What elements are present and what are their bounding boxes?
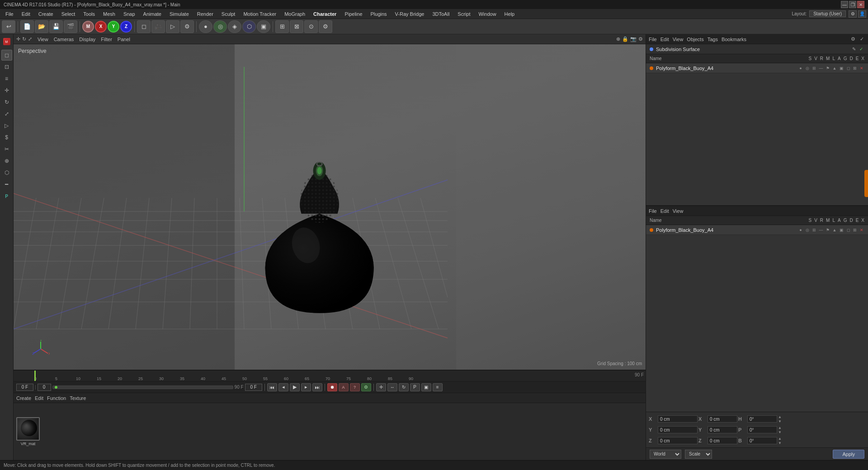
prev-frame-btn[interactable]: ◂ [278,383,288,391]
vp-camera-icon[interactable]: 📷 [630,36,637,42]
display-1-btn[interactable]: ● [199,20,212,33]
record-btn[interactable]: ⏺ [327,383,337,391]
tool-edge-btn[interactable]: ━ [1,179,12,190]
obj-icon-6[interactable]: ▲ [832,66,837,70]
tool-layers-btn[interactable]: ≡ [1,73,12,84]
vp-menu-display[interactable]: Display [79,37,95,42]
menu-window[interactable]: Window [475,10,500,18]
sm-menu-view[interactable]: View [673,37,684,42]
model-mode-btn[interactable]: M [82,21,94,33]
menu-3dtoall[interactable]: 3DToAll [429,10,453,18]
coord-z2-input[interactable] [708,437,737,444]
aobj-icon-9[interactable]: ⊠ [852,228,858,232]
obj-icon-10[interactable]: ✕ [859,66,864,70]
menu-animate[interactable]: Animate [140,10,165,18]
obj-polyform-row[interactable]: Polyform_Black_Buoy_A4 ● ◎ ⊞ — ⚑ ▲ ▣ ◻ ⊠… [646,63,868,73]
auto-key-btn[interactable]: A [339,383,349,391]
coord-spin-2[interactable]: ▲▼ [778,426,785,434]
sm-menu-file[interactable]: File [649,37,657,42]
coord-b-input[interactable] [747,437,777,444]
vp-rotate-icon[interactable]: ↻ [22,36,26,42]
sm-menu-bookmarks[interactable]: Bookmarks [722,37,746,42]
am-menu-view[interactable]: View [673,208,684,214]
play-btn[interactable]: ▶ [290,383,300,391]
tool-loop-btn[interactable]: ⊕ [1,155,12,166]
scale-key-btn[interactable]: ↔ [387,383,397,391]
display-5-btn[interactable]: ▣ [257,20,270,33]
vp-lock-icon[interactable]: 🔒 [622,36,628,42]
coord-p-input[interactable] [747,426,777,433]
ipr-btn[interactable]: ▷ [166,20,179,33]
vp-menu-view[interactable]: View [38,37,48,42]
mat-menu-texture[interactable]: Texture [70,395,86,401]
menu-edit[interactable]: Edit [18,10,34,18]
am-menu-file[interactable]: File [649,208,657,214]
obj-icon-4[interactable]: — [818,66,824,70]
axis-z-btn[interactable]: Z [120,21,132,33]
tool-select-btn[interactable]: ▷ [1,120,12,131]
coord-x-input[interactable] [658,415,698,423]
vp-menu-filter[interactable]: Filter [101,37,112,42]
param-key-btn[interactable]: P [410,383,420,391]
display-2-btn[interactable]: ◎ [213,20,227,33]
key-settings-btn[interactable]: ⚙ [361,383,371,391]
aobj-icon-7[interactable]: ▣ [839,228,844,232]
layout-icon-2[interactable]: 👤 [858,10,866,18]
frame-slider[interactable] [52,385,233,389]
coord-z-input[interactable] [658,437,698,444]
tool-scale-btn[interactable]: ⤢ [1,108,12,119]
go-start-btn[interactable]: ⏮ [267,383,277,391]
coord-h-input[interactable] [747,415,777,423]
aobj-icon-8[interactable]: ◻ [845,228,851,232]
undo-btn[interactable]: ↩ [2,20,15,33]
select-tool-btn[interactable]: ◻ [137,20,151,33]
snap-1-btn[interactable]: ⊞ [275,20,289,33]
menu-create[interactable]: Create [35,10,57,18]
obj-icon-9[interactable]: ⊠ [852,66,858,70]
rot-key-btn[interactable]: ↻ [399,383,409,391]
menu-file[interactable]: File [2,10,17,18]
menu-select[interactable]: Select [58,10,79,18]
menu-mesh[interactable]: Mesh [99,10,119,18]
tool-cube-btn[interactable]: ◻ [1,50,12,61]
menu-motiontracker[interactable]: Motion Tracker [240,10,280,18]
menu-help[interactable]: Help [501,10,519,18]
tool-dots-btn[interactable]: ⊡ [1,61,12,72]
coord-spin-3[interactable]: ▲▼ [778,437,785,445]
tool-rotate-btn[interactable]: ↻ [1,97,12,108]
snap-2-btn[interactable]: ⊠ [290,20,303,33]
obj-icon-3[interactable]: ⊞ [811,66,817,70]
toolbar-gear-icon[interactable]: ⚙ [319,20,332,33]
viewport-canvas[interactable]: Perspective [14,44,646,370]
axis-y-btn[interactable]: Y [108,21,119,33]
frame-counter-input[interactable] [38,384,51,391]
coord-system-select[interactable]: World Object Camera [650,450,681,459]
go-end-btn[interactable]: ⏭ [312,383,322,391]
tool-python-btn[interactable]: P [1,191,12,202]
aobj-icon-4[interactable]: — [818,228,824,232]
menu-vray[interactable]: V-Ray Bridge [392,10,428,18]
close-btn[interactable]: ✕ [857,1,864,8]
orange-edge-tab[interactable] [864,170,868,197]
menu-plugins[interactable]: Plugins [367,10,391,18]
sm-icon-2[interactable]: ✓ [858,36,865,42]
mat-menu-create[interactable]: Create [16,395,31,401]
tool-move-btn[interactable]: ✛ [1,85,12,96]
sm-menu-edit[interactable]: Edit [660,37,669,42]
menu-pipeline[interactable]: Pipeline [341,10,366,18]
move-key-btn[interactable]: ✛ [376,383,386,391]
next-frame-btn[interactable]: ▸ [301,383,311,391]
vp-menu-cameras[interactable]: Cameras [54,37,74,42]
motion-btn[interactable]: ? [350,383,360,391]
render-btn[interactable]: 🎬 [64,20,77,33]
layout-icon-1[interactable]: ⚙ [849,10,857,18]
coord-spin-1[interactable]: ▲▼ [778,415,785,423]
aobj-icon-3[interactable]: ⊞ [811,228,817,232]
minimize-btn[interactable]: — [841,1,848,8]
material-vr-mat[interactable]: VR_mat [16,417,40,446]
apply-button[interactable]: Apply [833,450,864,459]
subdiv-edit-icon[interactable]: ✎ [851,47,857,52]
obj-icon-2[interactable]: ◎ [805,66,810,70]
timeline-btn[interactable]: ≡ [433,383,443,391]
sm-menu-objects[interactable]: Objects [687,37,703,42]
